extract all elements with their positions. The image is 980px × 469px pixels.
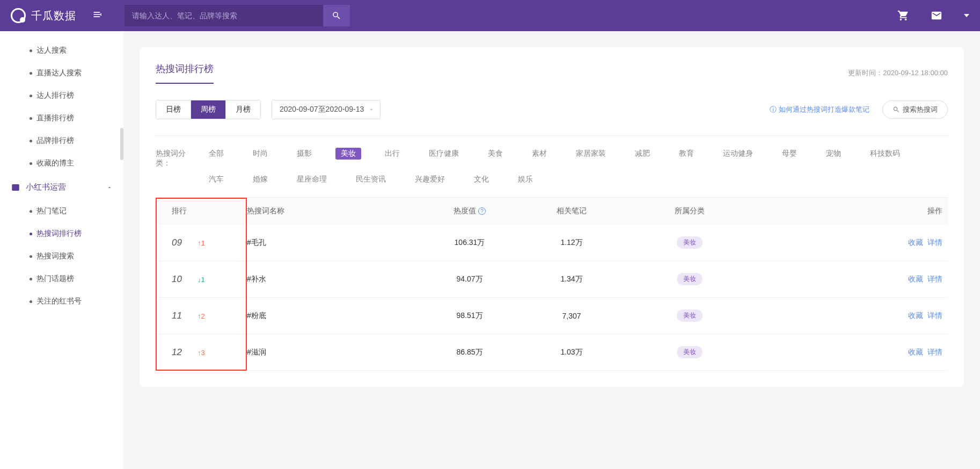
- th-rank: 排行: [156, 206, 247, 216]
- filter-tag[interactable]: 兴趣爱好: [409, 174, 450, 185]
- sidebar-item[interactable]: 收藏的博主: [0, 152, 123, 175]
- filter-tag[interactable]: 民生资讯: [350, 174, 391, 185]
- rank-delta: ↓1: [198, 276, 205, 284]
- search-input[interactable]: [125, 5, 323, 26]
- mail-icon[interactable]: [931, 10, 942, 21]
- sidebar-item[interactable]: 热门笔记: [0, 200, 123, 222]
- th-name: 热搜词名称: [247, 206, 419, 216]
- sidebar-category-xiaohongshu[interactable]: 小红书运营: [0, 175, 123, 200]
- chevron-down-icon: [964, 14, 969, 17]
- filter-tags: 全部时尚摄影美妆出行医疗健康美食素材家居家装减肥教育运动健身母婴宠物科技数码汽车…: [203, 148, 948, 185]
- category-badge: 美妆: [677, 273, 703, 285]
- filter-tag[interactable]: 素材: [526, 148, 552, 160]
- search-button[interactable]: [323, 5, 350, 26]
- sidebar-item[interactable]: 直播排行榜: [0, 107, 123, 129]
- table-row: 11↑2#粉底98.51万7,307美妆收藏详情: [156, 298, 948, 334]
- help-link[interactable]: ⓘ 如何通过热搜词打造爆款笔记: [770, 105, 869, 114]
- filter-tag[interactable]: 出行: [379, 148, 405, 160]
- sidebar-item[interactable]: 达人排行榜: [0, 84, 123, 107]
- table-row: 12↑3#滋润86.85万1.03万美妆收藏详情: [156, 334, 948, 371]
- filter-tag[interactable]: 美妆: [335, 148, 361, 160]
- favorite-link[interactable]: 收藏: [908, 348, 923, 356]
- heat-value: 98.51万: [419, 311, 521, 321]
- filter-tag[interactable]: 母婴: [777, 148, 802, 160]
- sidebar-item[interactable]: 关注的红书号: [0, 290, 123, 313]
- rank-delta: ↑3: [198, 349, 205, 357]
- filter-tag[interactable]: 美食: [482, 148, 508, 160]
- sidebar-item[interactable]: 直播达人搜索: [0, 62, 123, 84]
- category-badge: 美妆: [677, 309, 703, 322]
- table-header: 排行 热搜词名称 热度值? 相关笔记 所属分类 操作: [156, 198, 948, 225]
- cart-icon[interactable]: [897, 10, 909, 21]
- filter-tag[interactable]: 医疗健康: [423, 148, 464, 160]
- th-notes: 相关笔记: [521, 206, 623, 216]
- filter-tag[interactable]: 科技数码: [865, 148, 905, 160]
- filter-label: 热搜词分类：: [156, 148, 187, 185]
- help-icon[interactable]: ?: [478, 207, 486, 215]
- top-header: 千瓜数据: [0, 0, 980, 31]
- global-search: [125, 5, 350, 26]
- filter-tag[interactable]: 运动健身: [718, 148, 758, 160]
- filter-tag[interactable]: 教育: [674, 148, 699, 160]
- filter-tag[interactable]: 全部: [203, 148, 229, 160]
- favorite-link[interactable]: 收藏: [908, 275, 923, 283]
- rank-delta: ↑1: [198, 239, 205, 247]
- favorite-link[interactable]: 收藏: [908, 311, 923, 320]
- logo-icon: [11, 8, 26, 23]
- filter-tag[interactable]: 家居家装: [571, 148, 611, 160]
- hotword-name: #毛孔: [247, 238, 419, 248]
- sidebar: 达人搜索直播达人搜索达人排行榜直播排行榜品牌排行榜收藏的博主 小红书运营 热门笔…: [0, 31, 123, 469]
- heat-value: 86.85万: [419, 348, 521, 357]
- table-row: 10↓1#补水94.07万1.34万美妆收藏详情: [156, 261, 948, 298]
- favorite-link[interactable]: 收藏: [908, 238, 923, 247]
- period-tab[interactable]: 月榜: [226, 100, 260, 119]
- filter-tag[interactable]: 星座命理: [291, 174, 332, 185]
- user-menu[interactable]: [964, 14, 969, 17]
- detail-link[interactable]: 详情: [927, 275, 942, 283]
- panel: 热搜词排行榜 更新时间：2020-09-12 18:00:00 日榜周榜月榜 2…: [140, 47, 964, 387]
- filter-tag[interactable]: 婚嫁: [247, 174, 273, 185]
- search-hotword-button[interactable]: 搜索热搜词: [882, 100, 948, 119]
- period-tab[interactable]: 日榜: [156, 100, 191, 119]
- sidebar-item[interactable]: 品牌排行榜: [0, 129, 123, 152]
- heat-value: 94.07万: [419, 275, 521, 284]
- hotword-name: #滋润: [247, 348, 419, 357]
- filter-tag[interactable]: 宠物: [821, 148, 846, 160]
- brand-logo[interactable]: 千瓜数据: [11, 8, 76, 23]
- brand-name: 千瓜数据: [31, 9, 76, 23]
- update-time: 更新时间：2020-09-12 18:00:00: [848, 68, 948, 78]
- rank-number: 09: [172, 237, 188, 248]
- filter-tag[interactable]: 娱乐: [513, 174, 538, 185]
- sidebar-item[interactable]: 热门话题榜: [0, 268, 123, 290]
- period-tab[interactable]: 周榜: [191, 100, 226, 119]
- filter-tag[interactable]: 摄影: [291, 148, 317, 160]
- sidebar-item[interactable]: 热搜词搜索: [0, 245, 123, 268]
- filter-tag[interactable]: 汽车: [203, 174, 229, 185]
- date-range-picker[interactable]: 2020-09-07至2020-09-13: [272, 100, 381, 119]
- data-table: 排行 热搜词名称 热度值? 相关笔记 所属分类 操作 09↑1#毛孔106.31…: [156, 198, 948, 371]
- heat-value: 106.31万: [419, 238, 521, 248]
- svg-rect-0: [12, 184, 19, 191]
- sidebar-scrollbar[interactable]: [120, 128, 123, 160]
- search-icon: [893, 106, 900, 113]
- book-icon: [11, 183, 20, 192]
- period-tabs: 日榜周榜月榜: [156, 100, 261, 119]
- detail-link[interactable]: 详情: [927, 311, 942, 320]
- filter-tag[interactable]: 时尚: [247, 148, 273, 160]
- notes-count: 1.34万: [521, 275, 623, 284]
- detail-link[interactable]: 详情: [927, 238, 942, 247]
- filter-tag[interactable]: 减肥: [630, 148, 655, 160]
- sidebar-item[interactable]: 达人搜索: [0, 39, 123, 62]
- hotword-name: #粉底: [247, 311, 419, 321]
- sidebar-item[interactable]: 热搜词排行榜: [0, 222, 123, 245]
- menu-toggle-icon[interactable]: [92, 9, 103, 23]
- question-icon: ⓘ: [770, 105, 779, 113]
- category-badge: 美妆: [677, 346, 703, 358]
- th-category: 所属分类: [623, 206, 757, 216]
- filter-tag[interactable]: 文化: [469, 174, 494, 185]
- detail-link[interactable]: 详情: [927, 348, 942, 356]
- category-badge: 美妆: [677, 236, 703, 249]
- notes-count: 1.12万: [521, 238, 623, 248]
- table-row: 09↑1#毛孔106.31万1.12万美妆收藏详情: [156, 225, 948, 261]
- chevron-up-icon: [106, 184, 113, 191]
